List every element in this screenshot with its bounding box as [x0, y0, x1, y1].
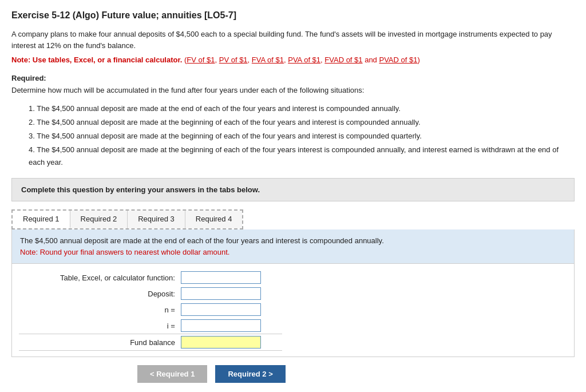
- page-title: Exercise 5-12 (Algo) Future value; annui…: [11, 10, 575, 21]
- label-deposit: Deposit:: [19, 286, 177, 302]
- input-fund-balance[interactable]: [181, 336, 261, 349]
- situation-3: 3. The $4,500 annual deposit are made at…: [29, 130, 575, 142]
- input-form-table: Table, Excel, or calculator function: De…: [19, 270, 282, 351]
- required-heading: Required:: [11, 74, 575, 82]
- input-cell-i: [177, 318, 282, 334]
- tab-description: The $4,500 annual deposit are made at th…: [12, 229, 574, 264]
- situation-1: 1. The $4,500 annual deposit are made at…: [29, 102, 575, 115]
- label-i: i =: [19, 318, 177, 334]
- fv-link[interactable]: FV of $1: [187, 56, 215, 64]
- label-function: Table, Excel, or calculator function:: [19, 270, 177, 286]
- situation-4: 4. The $4,500 annual deposit are made at…: [29, 144, 575, 169]
- tabs-container: Required 1 Required 2 Required 3 Require…: [11, 209, 243, 229]
- pv-link[interactable]: PV of $1: [219, 56, 248, 64]
- tab-required-1[interactable]: Required 1: [13, 211, 70, 228]
- next-button[interactable]: Required 2: [215, 365, 285, 383]
- tab-required-4[interactable]: Required 4: [185, 211, 243, 228]
- input-cell-n: [177, 302, 282, 318]
- pvad-link[interactable]: PVAD of $1: [379, 56, 417, 64]
- nav-buttons: Required 1 Required 2: [11, 365, 575, 383]
- prev-button[interactable]: Required 1: [137, 365, 207, 383]
- tab-note: Note: Round your final answers to neares…: [20, 248, 229, 256]
- input-i[interactable]: [181, 319, 261, 332]
- row-i: i =: [19, 318, 282, 334]
- note-label: Note: Use tables, Excel, or a financial …: [11, 56, 182, 64]
- input-deposit[interactable]: [181, 287, 261, 300]
- input-function[interactable]: [181, 271, 261, 284]
- complete-box: Complete this question by entering your …: [11, 178, 575, 201]
- row-fund-balance: Fund balance: [19, 334, 282, 351]
- label-n: n =: [19, 302, 177, 318]
- input-n[interactable]: [181, 303, 261, 316]
- input-cell-fund-balance: [177, 334, 282, 351]
- required-desc: Determine how much will be accumulated i…: [11, 85, 575, 96]
- input-cell-function: [177, 270, 282, 286]
- pva-link[interactable]: PVA of $1: [288, 56, 320, 64]
- fva-link[interactable]: FVA of $1: [252, 56, 284, 64]
- row-n: n =: [19, 302, 282, 318]
- tab-content-area: The $4,500 annual deposit are made at th…: [11, 229, 575, 357]
- tab-desc-text: The $4,500 annual deposit are made at th…: [20, 236, 384, 245]
- tab-required-2[interactable]: Required 2: [70, 211, 128, 228]
- row-function: Table, Excel, or calculator function:: [19, 270, 282, 286]
- row-deposit: Deposit:: [19, 286, 282, 302]
- tab-required-3[interactable]: Required 3: [128, 211, 185, 228]
- note-red: Note: Use tables, Excel, or a financial …: [11, 54, 575, 66]
- situations-list: 1. The $4,500 annual deposit are made at…: [29, 102, 575, 169]
- input-cell-deposit: [177, 286, 282, 302]
- label-fund-balance: Fund balance: [19, 334, 177, 351]
- intro-text: A company plans to make four annual depo…: [11, 29, 575, 51]
- fvad-link[interactable]: FVAD of $1: [324, 56, 362, 64]
- situation-2: 2. The $4,500 annual deposit are made at…: [29, 116, 575, 129]
